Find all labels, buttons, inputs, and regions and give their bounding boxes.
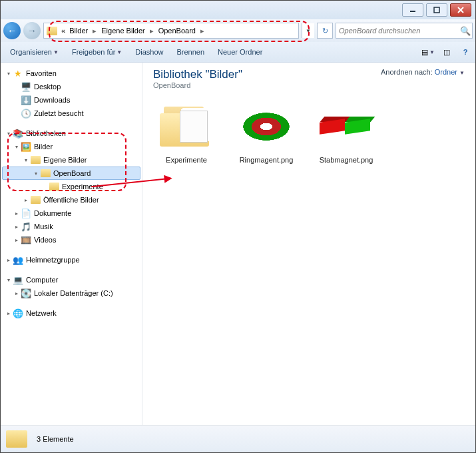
recent-icon: 🕓 xyxy=(21,108,31,119)
computer-icon: 💻 xyxy=(13,274,23,285)
tree-homegroup[interactable]: ▸👥Heimnetzgruppe xyxy=(2,253,140,266)
share-button[interactable]: Freigeben für▼ xyxy=(65,45,128,59)
pictures-icon: 🖼️ xyxy=(21,141,31,152)
folder-icon xyxy=(6,430,27,448)
maximize-button[interactable] xyxy=(426,3,447,17)
path-dropdown[interactable]: ▼ xyxy=(302,23,314,38)
tree-openboard[interactable]: ▾OpenBoard xyxy=(2,167,140,180)
downloads-icon: ⬇️ xyxy=(21,95,31,105)
ring-thumbnail xyxy=(239,111,293,143)
videos-icon: 🎞️ xyxy=(21,234,31,245)
breadcrumb-prefix: « xyxy=(60,27,67,35)
item-label: Ringmagent.png xyxy=(233,156,300,164)
item-folder-experimente[interactable]: Experimente xyxy=(153,100,220,164)
library-title: Bibliothek "Bilder" xyxy=(153,68,242,81)
folder-icon xyxy=(47,27,57,35)
desktop-icon: 🖥️ xyxy=(21,81,31,92)
forward-button[interactable]: → xyxy=(23,22,41,39)
chevron-right-icon: ▸ xyxy=(91,27,99,35)
back-button[interactable]: ← xyxy=(3,22,21,39)
folder-icon xyxy=(49,181,59,192)
slideshow-button[interactable]: Diashow xyxy=(128,45,170,59)
item-label: Stabmagnet.png xyxy=(313,156,379,164)
tree-videos[interactable]: ▸🎞️Videos xyxy=(2,233,140,246)
tree-libraries[interactable]: ▾📚Bibliotheken xyxy=(2,127,140,140)
arrange-by: Anordnen nach: Ordner ▼ xyxy=(381,68,465,76)
preview-pane-button[interactable]: ◫ xyxy=(439,45,454,59)
window-caption xyxy=(1,1,475,19)
search-box[interactable]: 🔍 xyxy=(336,23,473,39)
search-icon[interactable]: 🔍 xyxy=(460,26,471,36)
chevron-right-icon: ▸ xyxy=(198,27,206,35)
items-view[interactable]: Experimente Ringmagent.png Stabmagnet.pn… xyxy=(142,95,475,425)
breadcrumb-item[interactable]: Eigene Bilder xyxy=(100,27,146,35)
burn-button[interactable]: Brennen xyxy=(170,45,211,59)
folder-icon xyxy=(30,155,41,165)
library-subtitle: OpenBoard xyxy=(153,81,242,89)
organize-button[interactable]: Organisieren▼ xyxy=(3,45,65,59)
tree-experimente[interactable]: Experimente xyxy=(2,180,140,193)
refresh-button[interactable]: ↻ xyxy=(317,23,333,39)
tree-recent[interactable]: 🕓Zuletzt besucht xyxy=(2,107,140,120)
folder-icon xyxy=(160,107,213,147)
tree-network[interactable]: ▸🌐Netzwerk xyxy=(2,306,140,320)
help-button[interactable]: ? xyxy=(458,45,473,59)
arrange-by-value[interactable]: Ordner ▼ xyxy=(435,68,465,76)
folder-icon xyxy=(40,168,51,179)
tree-desktop[interactable]: 🖥️Desktop xyxy=(2,80,140,93)
new-folder-button[interactable]: Neuer Ordner xyxy=(211,45,269,59)
chevron-right-icon: ▸ xyxy=(148,27,156,35)
tree-computer[interactable]: ▾💻Computer xyxy=(2,273,140,286)
breadcrumb-item[interactable]: OpenBoard xyxy=(157,27,197,35)
tree-favorites[interactable]: ▾★Favoriten xyxy=(2,67,140,80)
drive-icon: 💽 xyxy=(21,288,31,298)
star-icon: ★ xyxy=(13,68,23,79)
tree-public-pictures[interactable]: ▸Öffentliche Bilder xyxy=(2,193,140,207)
music-icon: 🎵 xyxy=(21,221,31,232)
item-ringmagnet[interactable]: Ringmagent.png xyxy=(233,100,300,164)
view-options-button[interactable]: ▤▼ xyxy=(421,45,435,59)
toolbar: Organisieren▼ Freigeben für▼ Diashow Bre… xyxy=(1,42,475,63)
bar-thumbnail xyxy=(320,117,373,137)
breadcrumb-item[interactable]: Bilder xyxy=(68,27,89,35)
close-button[interactable] xyxy=(450,3,471,17)
minimize-button[interactable] xyxy=(402,3,423,17)
search-input[interactable] xyxy=(338,26,460,35)
library-icon: 📚 xyxy=(13,128,23,139)
address-bar: ← → « Bilder▸ Eigene Bilder▸ OpenBoard▸ … xyxy=(1,19,475,42)
tree-own-pictures[interactable]: ▾Eigene Bilder xyxy=(2,153,140,167)
explorer-window: ← → « Bilder▸ Eigene Bilder▸ OpenBoard▸ … xyxy=(0,0,476,453)
body: ▾★Favoriten 🖥️Desktop ⬇️Downloads 🕓Zulet… xyxy=(1,63,475,425)
network-icon: 🌐 xyxy=(13,308,23,318)
tree-pictures[interactable]: ▾🖼️Bilder xyxy=(2,140,140,153)
item-label: Experimente xyxy=(153,156,220,164)
item-stabmagnet[interactable]: Stabmagnet.png xyxy=(313,100,379,164)
tree-music[interactable]: ▸🎵Musik xyxy=(2,220,140,233)
breadcrumb[interactable]: « Bilder▸ Eigene Bilder▸ OpenBoard▸ xyxy=(43,23,299,39)
documents-icon: 📄 xyxy=(21,208,31,219)
tree-drive-c[interactable]: ▸💽Lokaler Datenträger (C:) xyxy=(2,286,140,300)
main-pane: Bibliothek "Bilder" OpenBoard Anordnen n… xyxy=(142,63,475,425)
status-text: 3 Elemente xyxy=(37,435,74,443)
status-bar: 3 Elemente xyxy=(1,425,475,452)
tree-documents[interactable]: ▸📄Dokumente xyxy=(2,207,140,220)
tree-downloads[interactable]: ⬇️Downloads xyxy=(2,93,140,107)
homegroup-icon: 👥 xyxy=(13,254,23,265)
nav-tree: ▾★Favoriten 🖥️Desktop ⬇️Downloads 🕓Zulet… xyxy=(1,63,142,425)
folder-icon xyxy=(30,195,41,205)
svg-rect-1 xyxy=(434,7,439,13)
